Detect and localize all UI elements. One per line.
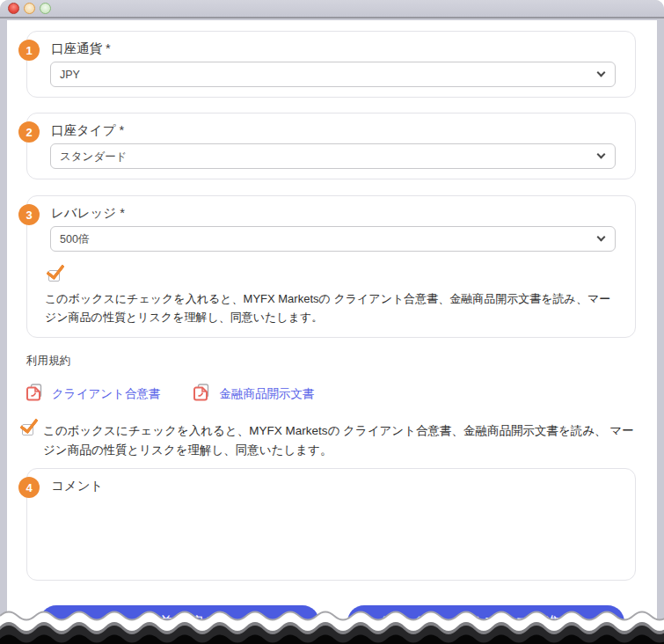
proceed-to-client-office-button[interactable]: クライアントオフィスへ進む → [347, 605, 624, 639]
comment-input[interactable] [40, 501, 623, 573]
account-type-select[interactable]: スタンダード [50, 143, 616, 169]
terms-section: 利用規約 クライアント合意書 [26, 354, 636, 404]
back-button[interactable]: ← 前へ戻る [40, 605, 319, 639]
leverage-label: レバレッジ * [27, 196, 635, 221]
account-type-section: 2 口座タイプ * スタンダード [26, 113, 636, 179]
client-agreement-link-label: クライアント合意書 [52, 386, 160, 402]
leverage-select[interactable]: 500倍 [50, 226, 616, 252]
account-currency-section: 1 口座通貨 * JPY [26, 31, 636, 98]
financial-disclosure-link-label: 金融商品開示文書 [219, 386, 314, 402]
step-2-badge: 2 [18, 121, 40, 143]
window-titlebar [0, 0, 664, 18]
terms-agreement-checkbox[interactable] [22, 424, 33, 435]
leverage-agreement-text: このボックスにチェックを入れると、MYFX Marketsの クライアント合意書… [45, 290, 617, 326]
terms-agreement-text: このボックスにチェックを入れると、MYFX Marketsの クライアント合意書… [43, 421, 645, 459]
step-4-badge: 4 [18, 477, 40, 498]
leverage-section: 3 レバレッジ * 500倍 このボックスにチェックを入れると、MYFX Mar… [26, 195, 636, 338]
step-3-badge: 3 [18, 204, 40, 225]
navigation-buttons: ← 前へ戻る クライアントオフィスへ進む → [40, 605, 624, 639]
page-content: 1 口座通貨 * JPY 2 口座タイプ * スタンダード 3 レバレッ [7, 20, 657, 644]
terms-title: 利用規約 [26, 354, 636, 369]
comment-section: 4 コメント [26, 468, 636, 581]
comment-label: コメント [27, 469, 635, 494]
maximize-window-icon[interactable] [40, 3, 51, 14]
account-currency-label: 口座通貨 * [27, 32, 635, 56]
close-window-icon[interactable] [8, 3, 19, 14]
account-currency-select[interactable]: JPY [50, 62, 616, 87]
leverage-agreement-checkbox[interactable] [48, 270, 60, 282]
financial-disclosure-link[interactable]: 金融商品開示文書 [193, 384, 314, 404]
terms-agreement-row: このボックスにチェックを入れると、MYFX Marketsの クライアント合意書… [22, 421, 645, 459]
pdf-file-icon [193, 384, 210, 404]
step-1-badge: 1 [18, 40, 40, 61]
client-agreement-link[interactable]: クライアント合意書 [26, 384, 160, 404]
minimize-window-icon[interactable] [24, 3, 35, 14]
account-type-label: 口座タイプ * [27, 113, 635, 138]
app-window: 1 口座通貨 * JPY 2 口座タイプ * スタンダード 3 レバレッ [0, 0, 664, 644]
pdf-file-icon [26, 384, 43, 404]
